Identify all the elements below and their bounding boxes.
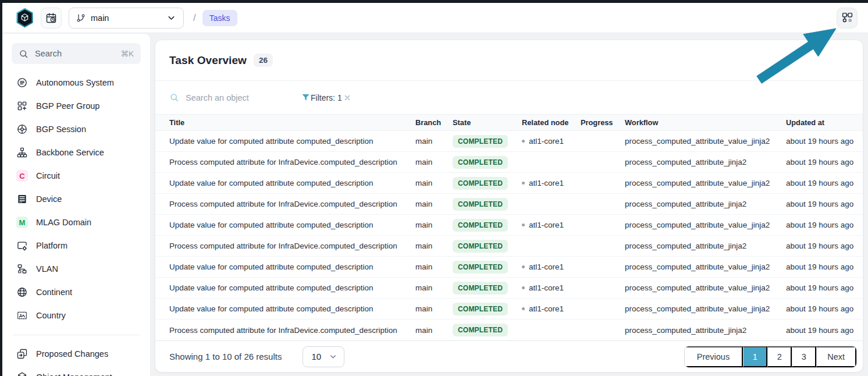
- related-node: atl1-core1: [529, 283, 564, 292]
- search-shortcut: ⌘K: [120, 49, 134, 58]
- related-node: atl1-core1: [529, 221, 564, 229]
- table-row[interactable]: Update value for computed attribute comp…: [155, 131, 863, 152]
- sidebar-divider: [13, 335, 140, 335]
- status-badge: COMPLETED: [453, 324, 508, 336]
- node-dot-icon: [522, 224, 525, 226]
- task-branch: main: [415, 137, 453, 146]
- task-title: Update value for computed attribute comp…: [155, 179, 415, 187]
- sidebar-item-mlag-domain[interactable]: M MLAG Domain: [12, 211, 141, 234]
- sidebar: Search ⌘K Autonomous System BGP Peer Gro…: [2, 34, 150, 376]
- table-row[interactable]: Update value for computed attribute comp…: [155, 278, 863, 299]
- page-title: Task Overview: [169, 54, 247, 67]
- task-workflow: process_computed_attribute_jinja2: [625, 200, 786, 208]
- table-row[interactable]: Update value for computed attribute comp…: [155, 299, 863, 320]
- sidebar-item-label: Autonomous System: [36, 78, 114, 87]
- table-row[interactable]: Update value for computed attribute comp…: [155, 173, 863, 194]
- status-badge: COMPLETED: [453, 240, 508, 253]
- sidebar-item-continent[interactable]: Continent: [12, 281, 141, 304]
- filters-count-label[interactable]: Filters: 1: [311, 93, 342, 102]
- sidebar-item-autonomous-system[interactable]: Autonomous System: [12, 71, 141, 94]
- sidebar-item-bgp-session[interactable]: BGP Session: [12, 118, 141, 141]
- sidebar-item-country[interactable]: Country: [12, 304, 141, 327]
- task-updated-at: about 19 hours ago: [786, 283, 863, 292]
- schema-visualizer-button[interactable]: [837, 8, 858, 29]
- task-updated-at: about 19 hours ago: [786, 304, 863, 313]
- status-badge: COMPLETED: [453, 135, 508, 148]
- task-updated-at: about 19 hours ago: [786, 137, 863, 146]
- page-2-button[interactable]: 2: [767, 346, 792, 367]
- column-header-related-node[interactable]: Related node: [522, 118, 581, 127]
- sidebar-item-proposed-changes[interactable]: Proposed Changes: [12, 342, 141, 366]
- task-workflow: process_computed_attribute_value_jinja2: [625, 221, 786, 229]
- status-badge: COMPLETED: [453, 219, 508, 232]
- bgp-session-icon: [16, 123, 28, 135]
- results-summary: Showing 1 to 10 of 26 results: [169, 352, 282, 361]
- sidebar-item-object-management[interactable]: Object Management: [12, 366, 141, 376]
- task-count-badge: 26: [254, 54, 273, 67]
- sidebar-item-label: Continent: [36, 288, 72, 297]
- task-updated-at: about 19 hours ago: [786, 263, 863, 271]
- task-branch: main: [415, 158, 453, 166]
- sidebar-item-circuit[interactable]: C Circuit: [12, 164, 141, 187]
- column-header-state[interactable]: State: [453, 118, 522, 127]
- column-header-progress[interactable]: Progress: [581, 118, 625, 127]
- proposed-changes-icon: [16, 348, 28, 360]
- search-icon: [169, 93, 179, 102]
- object-search[interactable]: [169, 93, 301, 102]
- previous-page-button[interactable]: Previous: [685, 346, 743, 367]
- close-icon: [343, 94, 351, 102]
- sidebar-item-label: Country: [36, 311, 66, 320]
- related-node: atl1-core1: [529, 137, 564, 146]
- page-size-select[interactable]: 10: [303, 346, 344, 367]
- table-row[interactable]: Update value for computed attribute comp…: [155, 257, 863, 278]
- related-node-cell: atl1-core1: [522, 283, 581, 292]
- calendar-clock-icon: [45, 12, 57, 24]
- branch-selector[interactable]: main: [69, 8, 184, 29]
- page-size-value: 10: [311, 352, 321, 361]
- clear-filters-button[interactable]: [342, 93, 353, 103]
- task-updated-at: about 19 hours ago: [786, 158, 863, 166]
- next-page-button[interactable]: Next: [816, 346, 856, 367]
- table-row[interactable]: Update value for computed attribute comp…: [155, 215, 863, 236]
- column-header-title[interactable]: Title: [155, 118, 415, 127]
- table-row[interactable]: Process computed attribute for InfraDevi…: [155, 194, 863, 215]
- table-row[interactable]: Process computed attribute for InfraDevi…: [155, 320, 863, 340]
- table-header-row: Title Branch State Related node Progress…: [155, 114, 863, 131]
- table-row[interactable]: Process computed attribute for InfraDevi…: [155, 152, 863, 173]
- sidebar-item-platform[interactable]: Platform: [12, 234, 141, 257]
- status-badge: COMPLETED: [453, 156, 508, 169]
- sidebar-item-label: Object Management: [36, 373, 112, 376]
- object-search-input[interactable]: [186, 93, 290, 102]
- status-badge: COMPLETED: [453, 198, 508, 211]
- app-logo[interactable]: [15, 8, 34, 29]
- task-updated-at: about 19 hours ago: [786, 242, 863, 250]
- sidebar-item-label: Device: [36, 194, 62, 204]
- column-header-workflow[interactable]: Workflow: [625, 118, 786, 127]
- task-title: Update value for computed attribute comp…: [155, 221, 415, 229]
- column-header-branch[interactable]: Branch: [415, 118, 453, 127]
- sidebar-search[interactable]: Search ⌘K: [12, 43, 141, 64]
- column-header-updated-at[interactable]: Updated at: [786, 118, 863, 127]
- vlan-icon: [16, 263, 28, 275]
- breadcrumb-tasks[interactable]: Tasks: [202, 10, 237, 26]
- status-badge: COMPLETED: [453, 282, 508, 295]
- page-3-button[interactable]: 3: [792, 346, 816, 367]
- related-node-cell: atl1-core1: [522, 137, 581, 146]
- task-title: Update value for computed attribute comp…: [155, 263, 415, 271]
- mlag-letter-badge: M: [16, 217, 28, 228]
- sidebar-item-vlan[interactable]: VLAN: [12, 257, 141, 281]
- sidebar-item-bgp-peer-group[interactable]: BGP Peer Group: [12, 94, 141, 118]
- table-row[interactable]: Process computed attribute for InfraDevi…: [155, 236, 863, 257]
- page-1-button[interactable]: 1: [743, 346, 767, 367]
- sidebar-item-device[interactable]: Device: [12, 187, 141, 211]
- topbar: main / Tasks: [2, 3, 868, 33]
- sidebar-item-backbone-service[interactable]: Backbone Service: [12, 141, 141, 164]
- autonomous-system-icon: [16, 77, 28, 88]
- sidebar-item-label: BGP Peer Group: [36, 101, 99, 111]
- table-footer: Showing 1 to 10 of 26 results 10 Previou…: [155, 340, 863, 372]
- schema-visualizer-icon: [841, 12, 853, 24]
- time-travel-button[interactable]: [41, 8, 62, 29]
- bgp-peer-group-icon: [16, 100, 28, 112]
- window-border-left: [0, 0, 2, 376]
- card-header: Task Overview 26: [155, 40, 863, 81]
